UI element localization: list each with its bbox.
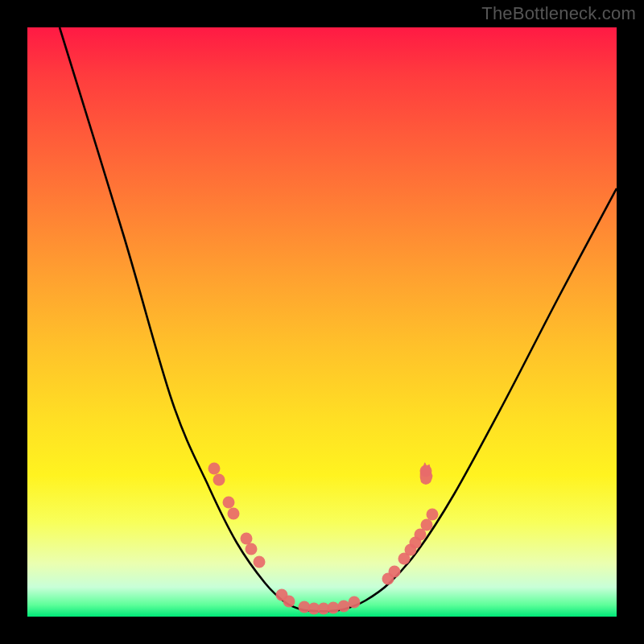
data-marker	[254, 556, 266, 568]
watermark-text: TheBottleneck.com	[481, 3, 636, 24]
data-marker	[349, 597, 361, 609]
flame-marker	[420, 462, 433, 485]
flame-icon	[420, 462, 433, 485]
chart-container: TheBottleneck.com	[0, 0, 644, 644]
data-marker	[338, 601, 350, 613]
curve-svg	[27, 27, 617, 617]
bottleneck-curve	[60, 27, 617, 611]
data-marker	[228, 508, 240, 520]
data-marker	[223, 497, 235, 509]
data-marker	[328, 602, 340, 614]
data-marker	[208, 463, 221, 475]
marker-group	[208, 463, 439, 615]
data-marker	[427, 509, 439, 521]
data-marker	[246, 543, 258, 555]
data-marker	[283, 596, 295, 608]
data-marker	[389, 566, 401, 578]
plot-area	[27, 27, 617, 617]
data-marker	[421, 519, 433, 531]
data-marker	[213, 474, 225, 486]
data-marker	[241, 533, 253, 545]
